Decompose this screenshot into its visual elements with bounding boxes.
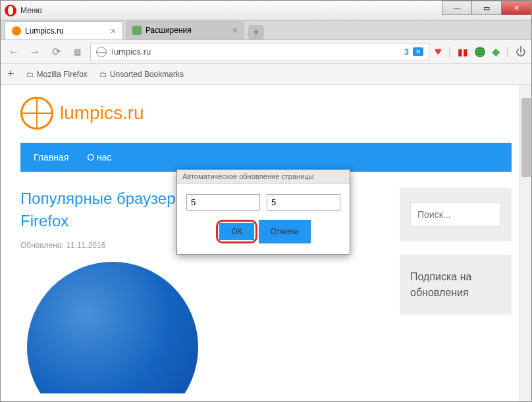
back-button[interactable]: ← [6, 44, 22, 60]
dialog-input-1[interactable] [186, 194, 260, 211]
minimize-button[interactable]: — [442, 1, 472, 15]
add-bookmark-button[interactable]: + [7, 67, 14, 81]
new-tab-button[interactable]: + [248, 25, 264, 39]
tab-close-icon[interactable]: × [111, 26, 116, 36]
favicon-icon [12, 26, 21, 36]
opera-logo-icon [5, 5, 16, 16]
site-navbar: Главная О нас [20, 143, 512, 172]
extension-power-icon[interactable]: ⏻ [516, 46, 526, 58]
bookmark-folder[interactable]: 🗀Mozilla Firefox [26, 70, 88, 79]
nav-home[interactable]: Главная [34, 152, 68, 163]
site-logo[interactable]: lumpics.ru [20, 97, 512, 130]
badge-count: 3 [404, 47, 409, 57]
globe-icon [96, 47, 107, 57]
firefox-globe-icon [27, 262, 198, 393]
puzzle-icon [132, 26, 142, 35]
bookmarks-bar: + 🗀Mozilla Firefox 🗀Unsorted Bookmarks [1, 64, 531, 85]
security-badge-icon[interactable]: ✕ [413, 47, 423, 56]
ok-highlight: ОК [216, 220, 257, 243]
tab-title: Расширения [146, 26, 192, 35]
window-titlebar: Меню — ▭ ✕ [1, 1, 531, 20]
search-input[interactable] [410, 202, 501, 227]
close-button[interactable]: ✕ [501, 1, 531, 15]
tab-inactive[interactable]: Расширения × [126, 21, 244, 39]
cancel-button[interactable]: Отмена [259, 220, 311, 243]
subscribe-widget: Подписка на обновления [400, 255, 512, 315]
tab-close-icon[interactable]: × [232, 25, 238, 36]
url-bar[interactable]: lumpics.ru 3 ✕ [90, 43, 429, 61]
bookmark-folder[interactable]: 🗀Unsorted Bookmarks [99, 70, 184, 79]
tab-title: Lumpics.ru [25, 26, 64, 36]
maximize-button[interactable]: ▭ [471, 1, 502, 15]
adblock-shield-icon[interactable]: ◆ [492, 45, 500, 58]
reload-button[interactable]: ⟳ [48, 44, 64, 60]
auto-refresh-dialog: Автоматическое обновление страницы ОК От… [176, 169, 350, 255]
scrollbar-thumb[interactable] [521, 98, 531, 177]
tab-strip: Lumpics.ru × Расширения × + [1, 20, 531, 40]
dialog-input-2[interactable] [267, 194, 340, 211]
nav-about[interactable]: О нас [87, 152, 111, 163]
toolbar: ← → ⟳ ▦ lumpics.ru 3 ✕ ♥ | ▮▮ ◆ | ⏻ [1, 40, 531, 64]
extension-globe-icon[interactable] [475, 47, 485, 57]
site-name: lumpics.ru [60, 103, 144, 124]
tab-active[interactable]: Lumpics.ru × [5, 21, 123, 39]
bookmark-heart-icon[interactable]: ♥ [435, 45, 442, 59]
separator: | [448, 46, 451, 58]
speed-dial-button[interactable]: ▦ [69, 44, 85, 60]
folder-icon: 🗀 [99, 70, 107, 79]
vertical-scrollbar[interactable] [519, 85, 531, 402]
widget-title: Подписка на обновления [410, 269, 501, 301]
extension-icon[interactable]: ▮▮ [458, 47, 468, 57]
folder-icon: 🗀 [26, 70, 34, 79]
dialog-title: Автоматическое обновление страницы [177, 170, 350, 184]
orange-slice-icon [20, 97, 53, 130]
menu-button[interactable]: Меню [20, 6, 41, 15]
url-text: lumpics.ru [112, 47, 151, 57]
separator: | [506, 46, 509, 58]
article-image [20, 262, 205, 393]
ok-button[interactable]: ОК [219, 223, 253, 240]
forward-button[interactable]: → [27, 44, 43, 60]
search-widget [400, 188, 512, 241]
